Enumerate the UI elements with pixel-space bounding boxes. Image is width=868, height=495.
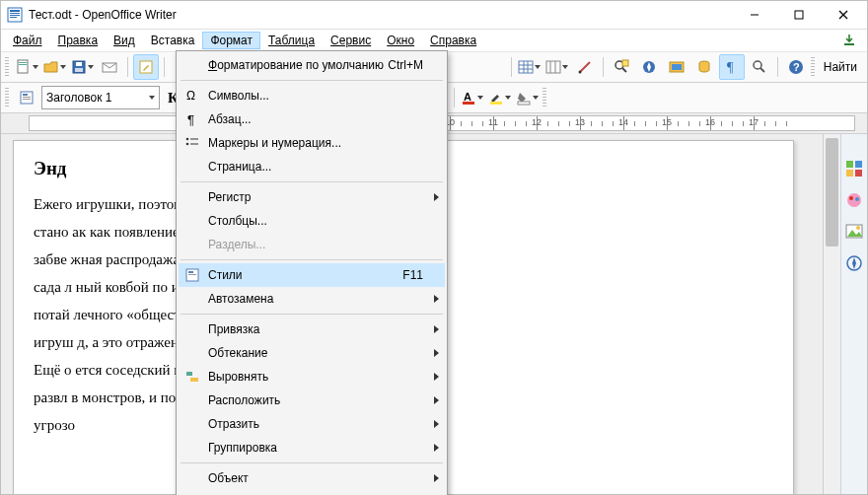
svg-rect-11: [19, 62, 27, 63]
nonprinting-button[interactable]: ¶: [719, 54, 745, 80]
svg-rect-81: [855, 161, 862, 168]
svg-rect-33: [672, 64, 682, 70]
toolbar-handle-2[interactable]: [811, 57, 815, 77]
font-color-button[interactable]: A: [460, 85, 485, 110]
svg-rect-18: [519, 61, 533, 73]
submenu-arrow-icon: [434, 396, 439, 404]
menu-paragraph[interactable]: ¶ Абзац...: [179, 107, 445, 131]
titlebar: Тест.odt - OpenOffice Writer: [1, 1, 867, 30]
svg-rect-102: [190, 378, 198, 382]
svg-point-86: [855, 197, 859, 201]
svg-rect-82: [846, 170, 853, 177]
sidebar-navigator-icon[interactable]: [845, 254, 863, 272]
svg-rect-3: [10, 15, 20, 16]
menu-page[interactable]: Страница...: [179, 155, 445, 178]
svg-rect-12: [19, 64, 27, 65]
open-button[interactable]: [41, 54, 67, 80]
svg-text:Ω: Ω: [186, 89, 195, 103]
paragraph-style-combo[interactable]: Заголовок 1: [41, 86, 160, 109]
minimize-button[interactable]: [732, 1, 776, 29]
download-icon[interactable]: [841, 33, 857, 48]
format-menu-dropdown: Форматирование по умолчанию Ctrl+M Ω Сим…: [176, 50, 448, 495]
menu-format[interactable]: Формат: [202, 32, 260, 49]
menu-view[interactable]: Вид: [106, 32, 143, 49]
save-button[interactable]: [69, 54, 95, 80]
columns-grid-button[interactable]: [544, 54, 570, 80]
maximize-button[interactable]: [776, 1, 821, 29]
menu-sections: Разделы...: [179, 233, 445, 256]
menu-edit[interactable]: Правка: [50, 32, 107, 49]
menu-wrap[interactable]: Обтекание: [179, 341, 445, 365]
menu-case[interactable]: Регистр: [179, 185, 445, 209]
menu-frame: Врезка/Объект...: [179, 490, 445, 495]
menu-align[interactable]: Выровнять: [179, 365, 445, 389]
styles-dialog-button[interactable]: [14, 85, 39, 110]
svg-rect-78: [490, 102, 502, 105]
datasources-button[interactable]: [691, 54, 717, 80]
svg-rect-100: [188, 274, 196, 275]
menu-table[interactable]: Таблица: [260, 32, 323, 49]
submenu-arrow-icon: [434, 295, 439, 303]
svg-rect-99: [188, 271, 193, 273]
svg-point-84: [847, 193, 861, 207]
sidebar-gallery-icon[interactable]: [845, 191, 863, 209]
menu-bullets[interactable]: Маркеры и нумерация...: [179, 131, 445, 155]
svg-text:A: A: [464, 91, 471, 103]
drawing-button[interactable]: [572, 54, 598, 80]
help-button[interactable]: ?: [783, 54, 809, 80]
menu-group[interactable]: Группировка: [179, 436, 445, 460]
zoom-button[interactable]: [747, 54, 772, 80]
menu-columns[interactable]: Столбцы...: [179, 209, 445, 233]
svg-rect-14: [76, 62, 82, 66]
menu-anchor[interactable]: Привязка: [179, 318, 445, 341]
submenu-arrow-icon: [434, 325, 439, 333]
menu-styles[interactable]: Стили F11: [179, 263, 445, 287]
submenu-arrow-icon: [434, 349, 439, 357]
svg-rect-6: [795, 11, 803, 19]
scrollbar-thumb[interactable]: [826, 138, 838, 247]
paragraph-style-value: Заголовок 1: [46, 91, 149, 105]
email-button[interactable]: [97, 54, 122, 80]
find-label[interactable]: Найти: [824, 60, 857, 74]
vertical-scrollbar[interactable]: [823, 134, 840, 494]
table-insert-button[interactable]: [517, 54, 542, 80]
gallery-button[interactable]: [664, 54, 689, 80]
menu-help[interactable]: Справка: [422, 32, 484, 49]
highlight-button[interactable]: [487, 85, 513, 110]
menu-insert[interactable]: Вставка: [143, 32, 203, 49]
toolbar-handle[interactable]: [5, 57, 9, 77]
menu-object[interactable]: Объект: [179, 466, 445, 490]
sidebar-properties-icon[interactable]: [845, 160, 863, 177]
submenu-arrow-icon: [434, 474, 439, 482]
svg-rect-23: [546, 61, 560, 73]
find-replace-button[interactable]: [609, 54, 634, 80]
new-button[interactable]: [14, 54, 39, 80]
close-button[interactable]: [821, 1, 865, 29]
menu-symbols[interactable]: Ω Символы...: [179, 84, 445, 107]
svg-text:¶: ¶: [187, 112, 194, 127]
svg-rect-9: [844, 43, 854, 45]
background-color-button[interactable]: [515, 85, 541, 110]
svg-rect-41: [23, 94, 28, 96]
sidebar-image-icon[interactable]: [845, 223, 863, 241]
menu-file[interactable]: Файл: [5, 32, 50, 49]
svg-rect-101: [186, 372, 192, 376]
toolbar2-handle[interactable]: [5, 88, 9, 107]
edit-mode-button[interactable]: [133, 54, 159, 80]
menu-arrange[interactable]: Расположить: [179, 389, 445, 412]
sidebar-panel: [840, 134, 867, 494]
toolbar2-overflow[interactable]: [542, 88, 546, 107]
menu-flip[interactable]: Отразить: [179, 412, 445, 436]
navigator-button[interactable]: [636, 54, 662, 80]
menu-window[interactable]: Окно: [379, 32, 422, 49]
svg-rect-1: [10, 10, 20, 12]
svg-rect-43: [23, 99, 31, 100]
svg-marker-91: [852, 257, 856, 269]
app-window: Тест.odt - OpenOffice Writer Файл Правка…: [0, 0, 868, 495]
menu-tools[interactable]: Сервис: [323, 32, 379, 49]
svg-rect-42: [23, 97, 31, 98]
svg-rect-2: [10, 13, 20, 14]
submenu-arrow-icon: [434, 420, 439, 428]
menu-autocorrect[interactable]: Автозамена: [179, 287, 445, 311]
menu-default-formatting[interactable]: Форматирование по умолчанию Ctrl+M: [179, 53, 445, 77]
